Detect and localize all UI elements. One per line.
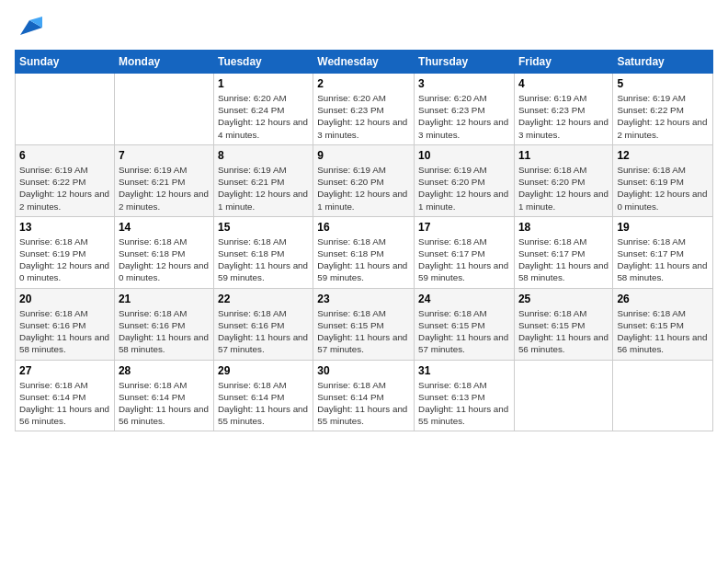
weekday-header-thursday: Thursday xyxy=(415,51,515,74)
day-info: Sunrise: 6:20 AMSunset: 6:23 PMDaylight:… xyxy=(418,92,510,141)
day-number: 20 xyxy=(19,293,110,305)
week-row-2: 6Sunrise: 6:19 AMSunset: 6:22 PMDaylight… xyxy=(16,144,713,216)
day-cell: 14Sunrise: 6:18 AMSunset: 6:18 PMDayligh… xyxy=(114,216,213,288)
day-cell: 1Sunrise: 6:20 AMSunset: 6:24 PMDaylight… xyxy=(213,74,313,145)
day-info: Sunrise: 6:19 AMSunset: 6:21 PMDaylight:… xyxy=(119,164,210,213)
day-number: 24 xyxy=(418,293,510,305)
day-info: Sunrise: 6:18 AMSunset: 6:14 PMDaylight:… xyxy=(119,379,210,428)
day-number: 27 xyxy=(19,364,110,377)
header xyxy=(15,15,713,40)
day-cell: 25Sunrise: 6:18 AMSunset: 6:15 PMDayligh… xyxy=(514,288,612,360)
day-number: 2 xyxy=(317,77,410,90)
day-cell: 27Sunrise: 6:18 AMSunset: 6:14 PMDayligh… xyxy=(16,360,115,431)
day-number: 17 xyxy=(418,221,510,234)
day-number: 5 xyxy=(617,77,709,90)
day-info: Sunrise: 6:19 AMSunset: 6:20 PMDaylight:… xyxy=(317,164,410,213)
logo-icon xyxy=(17,15,42,40)
day-info: Sunrise: 6:19 AMSunset: 6:23 PMDaylight:… xyxy=(518,92,609,141)
day-cell: 18Sunrise: 6:18 AMSunset: 6:17 PMDayligh… xyxy=(514,216,612,288)
day-info: Sunrise: 6:18 AMSunset: 6:16 PMDaylight:… xyxy=(19,307,110,356)
day-cell: 20Sunrise: 6:18 AMSunset: 6:16 PMDayligh… xyxy=(16,288,115,360)
day-cell: 11Sunrise: 6:18 AMSunset: 6:20 PMDayligh… xyxy=(514,144,612,216)
day-cell: 17Sunrise: 6:18 AMSunset: 6:17 PMDayligh… xyxy=(415,216,515,288)
week-row-1: 1Sunrise: 6:20 AMSunset: 6:24 PMDaylight… xyxy=(16,74,713,145)
day-info: Sunrise: 6:20 AMSunset: 6:24 PMDaylight:… xyxy=(218,92,309,141)
weekday-header-sunday: Sunday xyxy=(16,51,115,74)
day-info: Sunrise: 6:20 AMSunset: 6:23 PMDaylight:… xyxy=(317,92,410,141)
day-cell: 8Sunrise: 6:19 AMSunset: 6:21 PMDaylight… xyxy=(213,144,313,216)
day-cell: 26Sunrise: 6:18 AMSunset: 6:15 PMDayligh… xyxy=(613,288,713,360)
day-cell xyxy=(114,74,213,145)
day-info: Sunrise: 6:19 AMSunset: 6:22 PMDaylight:… xyxy=(617,92,709,141)
day-number: 23 xyxy=(317,293,410,305)
day-number: 9 xyxy=(317,149,410,162)
day-cell: 23Sunrise: 6:18 AMSunset: 6:15 PMDayligh… xyxy=(313,288,415,360)
day-cell: 21Sunrise: 6:18 AMSunset: 6:16 PMDayligh… xyxy=(114,288,213,360)
day-number: 26 xyxy=(617,293,709,305)
day-cell: 6Sunrise: 6:19 AMSunset: 6:22 PMDaylight… xyxy=(16,144,115,216)
day-info: Sunrise: 6:18 AMSunset: 6:16 PMDaylight:… xyxy=(218,307,309,356)
day-cell: 19Sunrise: 6:18 AMSunset: 6:17 PMDayligh… xyxy=(613,216,713,288)
day-info: Sunrise: 6:19 AMSunset: 6:20 PMDaylight:… xyxy=(418,164,510,213)
day-cell: 4Sunrise: 6:19 AMSunset: 6:23 PMDaylight… xyxy=(514,74,612,145)
day-number: 4 xyxy=(518,77,609,90)
page: SundayMondayTuesdayWednesdayThursdayFrid… xyxy=(0,0,728,563)
day-cell: 31Sunrise: 6:18 AMSunset: 6:13 PMDayligh… xyxy=(415,360,515,431)
day-info: Sunrise: 6:18 AMSunset: 6:14 PMDaylight:… xyxy=(317,379,410,428)
day-number: 25 xyxy=(518,293,609,305)
weekday-header-wednesday: Wednesday xyxy=(313,51,415,74)
day-number: 12 xyxy=(617,149,709,162)
day-cell: 10Sunrise: 6:19 AMSunset: 6:20 PMDayligh… xyxy=(415,144,515,216)
day-info: Sunrise: 6:18 AMSunset: 6:18 PMDaylight:… xyxy=(218,236,309,284)
day-number: 30 xyxy=(317,364,410,377)
weekday-header-friday: Friday xyxy=(514,51,612,74)
day-info: Sunrise: 6:18 AMSunset: 6:14 PMDaylight:… xyxy=(19,379,110,428)
day-number: 29 xyxy=(218,364,309,377)
day-cell: 30Sunrise: 6:18 AMSunset: 6:14 PMDayligh… xyxy=(313,360,415,431)
day-info: Sunrise: 6:18 AMSunset: 6:19 PMDaylight:… xyxy=(19,236,110,284)
day-number: 3 xyxy=(418,77,510,90)
day-cell: 29Sunrise: 6:18 AMSunset: 6:14 PMDayligh… xyxy=(213,360,313,431)
day-info: Sunrise: 6:18 AMSunset: 6:17 PMDaylight:… xyxy=(518,236,609,284)
week-row-3: 13Sunrise: 6:18 AMSunset: 6:19 PMDayligh… xyxy=(16,216,713,288)
day-number: 28 xyxy=(119,364,210,377)
logo xyxy=(15,15,42,40)
day-number: 13 xyxy=(19,221,110,234)
day-cell: 9Sunrise: 6:19 AMSunset: 6:20 PMDaylight… xyxy=(313,144,415,216)
day-cell: 13Sunrise: 6:18 AMSunset: 6:19 PMDayligh… xyxy=(16,216,115,288)
weekday-header-row: SundayMondayTuesdayWednesdayThursdayFrid… xyxy=(16,51,713,74)
day-number: 31 xyxy=(418,364,510,377)
day-info: Sunrise: 6:18 AMSunset: 6:16 PMDaylight:… xyxy=(119,307,210,356)
day-cell: 3Sunrise: 6:20 AMSunset: 6:23 PMDaylight… xyxy=(415,74,515,145)
week-row-4: 20Sunrise: 6:18 AMSunset: 6:16 PMDayligh… xyxy=(16,288,713,360)
day-cell: 15Sunrise: 6:18 AMSunset: 6:18 PMDayligh… xyxy=(213,216,313,288)
day-info: Sunrise: 6:18 AMSunset: 6:18 PMDaylight:… xyxy=(317,236,410,284)
day-number: 15 xyxy=(218,221,309,234)
day-info: Sunrise: 6:19 AMSunset: 6:22 PMDaylight:… xyxy=(19,164,110,213)
day-number: 19 xyxy=(617,221,709,234)
day-cell: 16Sunrise: 6:18 AMSunset: 6:18 PMDayligh… xyxy=(313,216,415,288)
day-number: 18 xyxy=(518,221,609,234)
weekday-header-saturday: Saturday xyxy=(613,51,713,74)
weekday-header-tuesday: Tuesday xyxy=(213,51,313,74)
day-info: Sunrise: 6:18 AMSunset: 6:15 PMDaylight:… xyxy=(617,307,709,356)
weekday-header-monday: Monday xyxy=(114,51,213,74)
day-cell xyxy=(514,360,612,431)
day-number: 1 xyxy=(218,77,309,90)
week-row-5: 27Sunrise: 6:18 AMSunset: 6:14 PMDayligh… xyxy=(16,360,713,431)
day-info: Sunrise: 6:19 AMSunset: 6:21 PMDaylight:… xyxy=(218,164,309,213)
day-info: Sunrise: 6:18 AMSunset: 6:17 PMDaylight:… xyxy=(418,236,510,284)
day-cell: 22Sunrise: 6:18 AMSunset: 6:16 PMDayligh… xyxy=(213,288,313,360)
day-info: Sunrise: 6:18 AMSunset: 6:15 PMDaylight:… xyxy=(418,307,510,356)
day-number: 21 xyxy=(119,293,210,305)
day-info: Sunrise: 6:18 AMSunset: 6:13 PMDaylight:… xyxy=(418,379,510,428)
day-info: Sunrise: 6:18 AMSunset: 6:19 PMDaylight:… xyxy=(617,164,709,213)
day-cell: 12Sunrise: 6:18 AMSunset: 6:19 PMDayligh… xyxy=(613,144,713,216)
day-number: 22 xyxy=(218,293,309,305)
day-info: Sunrise: 6:18 AMSunset: 6:17 PMDaylight:… xyxy=(617,236,709,284)
day-info: Sunrise: 6:18 AMSunset: 6:15 PMDaylight:… xyxy=(317,307,410,356)
day-number: 11 xyxy=(518,149,609,162)
day-number: 14 xyxy=(119,221,210,234)
day-number: 6 xyxy=(19,149,110,162)
calendar-table: SundayMondayTuesdayWednesdayThursdayFrid… xyxy=(15,50,713,431)
